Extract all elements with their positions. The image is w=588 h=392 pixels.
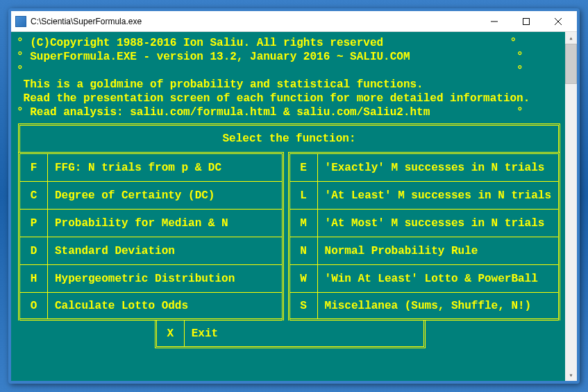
menu-key: F: [20, 154, 48, 181]
svg-rect-1: [523, 18, 530, 24]
header-line: ° (C)Copyright 1988-2016 Ion Saliu. All …: [17, 36, 576, 50]
close-button[interactable]: [542, 12, 574, 31]
menu-item-o[interactable]: OCalculate Lotto Odds: [20, 293, 282, 321]
menu-item-c[interactable]: CDegree of Certainty (DC): [20, 182, 282, 210]
menu-item-m[interactable]: M'At Most' M successes in N trials: [290, 210, 558, 237]
menu-label: Probability for Median & N: [48, 210, 282, 237]
menu-item-f[interactable]: FFFG: N trials from p & DC: [20, 154, 282, 182]
header-line: This is a goldmine of probability and st…: [17, 78, 576, 92]
minimize-button[interactable]: [478, 12, 510, 31]
menu-key: W: [290, 265, 318, 292]
menu-column-left: FFFG: N trials from p & DC CDegree of Ce…: [18, 152, 284, 321]
menu-item-w[interactable]: W'Win At Least' Lotto & PowerBall: [290, 265, 558, 293]
menu-key: M: [290, 210, 318, 237]
menu-item-n[interactable]: NNormal Probability Rule: [290, 237, 558, 265]
console-area: ° (C)Copyright 1988-2016 Ion Saliu. All …: [11, 32, 577, 381]
menu-key: C: [20, 182, 48, 209]
header-line: ° SuperFormula.EXE - version 13.2, Janua…: [17, 50, 576, 64]
menu-label: 'At Least' M successes in N trials: [318, 182, 558, 209]
window-controls: [478, 12, 574, 31]
menu-label: Exit: [185, 321, 424, 346]
menu-label: 'Exactly' M successes in N trials: [318, 154, 558, 181]
header-line: ° Read analysis: saliu.com/formula.html …: [17, 105, 576, 119]
menu-label: 'Win At Least' Lotto & PowerBall: [318, 265, 558, 292]
menu-key: N: [290, 237, 318, 264]
menu-item-x[interactable]: X Exit: [155, 321, 426, 348]
menu-key: L: [290, 182, 318, 209]
menu-item-p[interactable]: PProbability for Median & N: [20, 210, 282, 237]
header-line: ° °: [17, 64, 576, 78]
menu: Select the function: FFFG: N trials from…: [17, 123, 576, 348]
menu-label: Degree of Certainty (DC): [48, 182, 282, 209]
titlebar[interactable]: C:\Scientia\SuperFormula.exe: [11, 11, 577, 32]
menu-label: Normal Probability Rule: [318, 237, 558, 264]
window-title: C:\Scientia\SuperFormula.exe: [31, 17, 478, 26]
menu-key: H: [20, 265, 48, 292]
menu-item-h[interactable]: HHypergeometric Distribution: [20, 265, 282, 293]
scroll-down-arrow-icon[interactable]: ▾: [565, 369, 577, 381]
menu-key: O: [20, 293, 48, 318]
menu-key: S: [290, 293, 318, 318]
menu-item-d[interactable]: DStandard Deviation: [20, 237, 282, 265]
menu-key: D: [20, 237, 48, 264]
scrollbar-thumb[interactable]: [565, 44, 577, 84]
header-line: Read the presentation screen of each fun…: [17, 92, 576, 105]
menu-column-right: E'Exactly' M successes in N trials L'At …: [288, 152, 560, 321]
menu-key: X: [157, 321, 185, 346]
menu-key: P: [20, 210, 48, 237]
menu-label: Miscellanea (Sums, Shuffle, N!): [318, 293, 558, 318]
menu-label: Standard Deviation: [48, 237, 282, 264]
menu-item-s[interactable]: SMiscellanea (Sums, Shuffle, N!): [290, 293, 558, 321]
vertical-scrollbar[interactable]: ▴ ▾: [565, 32, 577, 381]
menu-item-l[interactable]: L'At Least' M successes in N trials: [290, 182, 558, 210]
menu-key: E: [290, 154, 318, 181]
menu-title: Select the function:: [18, 123, 560, 152]
menu-label: FFG: N trials from p & DC: [48, 154, 282, 181]
app-icon: [15, 16, 26, 27]
scroll-up-arrow-icon[interactable]: ▴: [565, 32, 577, 44]
menu-label: 'At Most' M successes in N trials: [318, 210, 558, 237]
maximize-button[interactable]: [510, 12, 542, 31]
menu-label: Hypergeometric Distribution: [48, 265, 282, 292]
menu-label: Calculate Lotto Odds: [48, 293, 282, 318]
window-frame: C:\Scientia\SuperFormula.exe ° (C)Copyri…: [8, 8, 580, 384]
menu-item-e[interactable]: E'Exactly' M successes in N trials: [290, 154, 558, 182]
